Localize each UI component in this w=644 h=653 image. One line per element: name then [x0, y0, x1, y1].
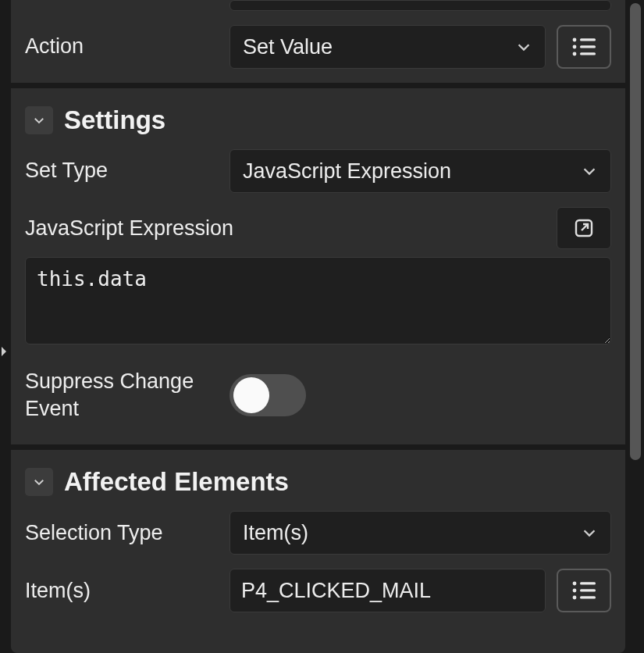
svg-rect-8	[580, 582, 596, 584]
items-list-button[interactable]	[557, 569, 611, 612]
chevron-down-icon	[32, 475, 46, 489]
previous-field-bottom	[229, 0, 611, 11]
expand-handle[interactable]	[0, 345, 9, 359]
action-select[interactable]: Set Value	[229, 25, 546, 69]
svg-point-0	[573, 38, 577, 42]
svg-point-11	[573, 596, 577, 600]
svg-point-2	[573, 45, 577, 49]
toggle-knob	[233, 377, 269, 413]
property-panel: Action Set Value	[11, 0, 625, 653]
action-list-button[interactable]	[557, 25, 611, 69]
items-input[interactable]	[229, 569, 546, 612]
affected-title: Affected Elements	[64, 467, 289, 497]
list-icon	[571, 36, 597, 58]
affected-collapse-button[interactable]	[25, 468, 53, 496]
svg-point-4	[573, 52, 577, 56]
popout-icon	[573, 217, 595, 239]
svg-point-9	[573, 589, 577, 593]
selection-type-select[interactable]: Item(s)	[229, 511, 611, 555]
svg-rect-3	[580, 45, 596, 48]
suppress-change-toggle[interactable]	[229, 374, 306, 416]
identification-section-tail: Action Set Value	[11, 0, 625, 83]
selection-type-label: Selection Type	[25, 519, 219, 547]
svg-rect-10	[580, 589, 596, 591]
selection-type-select-value: Item(s)	[243, 521, 308, 545]
suppress-change-label: Suppress Change Event	[25, 368, 219, 423]
svg-rect-5	[580, 52, 596, 55]
set-type-select-value: JavaScript Expression	[243, 159, 451, 184]
js-expression-label: JavaScript Expression	[25, 216, 233, 241]
scrollbar-thumb[interactable]	[630, 3, 641, 460]
chevron-down-icon	[515, 38, 532, 55]
settings-collapse-button[interactable]	[25, 106, 53, 134]
action-select-value: Set Value	[243, 35, 333, 59]
action-label: Action	[25, 33, 219, 60]
js-expression-textarea[interactable]	[25, 257, 611, 344]
settings-section: Settings Set Type JavaScript Expression …	[11, 87, 625, 444]
set-type-select[interactable]: JavaScript Expression	[229, 149, 611, 193]
settings-title: Settings	[64, 105, 165, 135]
js-expression-expand-button[interactable]	[557, 207, 611, 249]
affected-elements-section: Affected Elements Selection Type Item(s)…	[11, 449, 625, 634]
items-label: Item(s)	[25, 577, 219, 605]
svg-point-7	[573, 582, 577, 586]
set-type-label: Set Type	[25, 157, 219, 184]
svg-rect-12	[580, 596, 596, 598]
chevron-down-icon	[581, 524, 598, 541]
list-icon	[571, 580, 597, 601]
chevron-down-icon	[32, 113, 46, 127]
chevron-down-icon	[581, 162, 598, 180]
svg-rect-1	[580, 38, 596, 41]
